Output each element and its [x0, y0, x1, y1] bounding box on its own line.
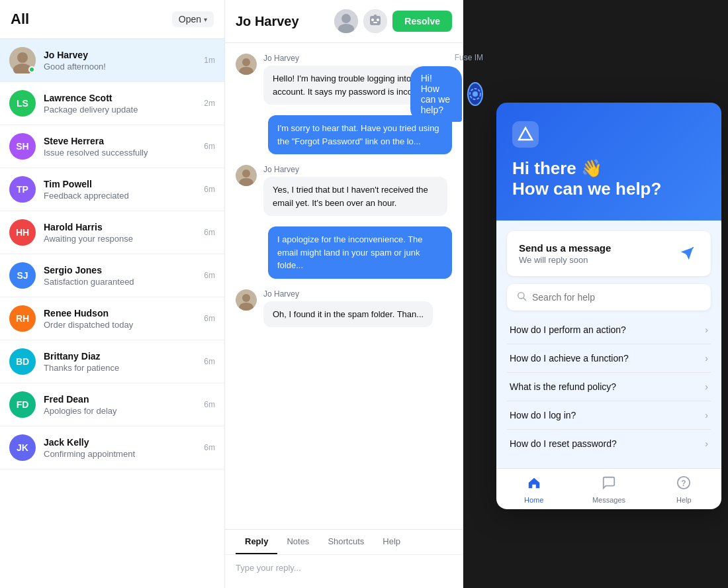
nav-item-home[interactable]: Home	[496, 469, 571, 509]
faq-item-faq3[interactable]: What is the refund policy? ›	[507, 373, 711, 401]
avatar-svg	[334, 9, 358, 33]
search-bar[interactable]	[507, 284, 711, 311]
contact-item-steve-herrera[interactable]: SH Steve Herrera Issue resolved successf…	[0, 125, 224, 168]
contact-name: Fred Dean	[44, 394, 199, 405]
faq-item-faq5[interactable]: How do I reset password? ›	[507, 430, 711, 458]
svg-line-25	[523, 298, 526, 301]
nav-item-help[interactable]: ? Help	[647, 469, 721, 509]
contact-item-jack-kelly[interactable]: JK Jack Kelly Confirming appointment 6m	[0, 426, 224, 469]
all-title: All	[11, 11, 29, 28]
contact-name: Sergio Jones	[44, 265, 199, 275]
contact-preview: Package delivery update	[44, 105, 199, 115]
contact-preview: Feedback appreciated	[44, 191, 199, 201]
nav-item-messages[interactable]: Messages	[571, 469, 646, 509]
contact-time: 6m	[204, 185, 215, 194]
contact-preview: Order dispatched today	[44, 320, 199, 330]
contact-name: Brittany Diaz	[44, 351, 199, 362]
contact-info: Harold Harris Awaiting your response	[44, 222, 199, 244]
contact-info: Jack Kelly Confirming appointment	[44, 437, 199, 459]
search-input[interactable]	[532, 292, 702, 303]
contact-time: 6m	[204, 400, 215, 409]
tab-reply[interactable]: Reply	[236, 530, 277, 554]
faq-label: What is the refund policy?	[510, 381, 616, 392]
contact-item-jo-harvey[interactable]: Jo Harvey Good afternoon! 1m	[0, 39, 224, 82]
msg-bubble: Yes, I tried that but I haven't received…	[263, 177, 447, 216]
avatar-initials: FD	[17, 399, 29, 410]
nav-label-messages: Messages	[592, 496, 625, 504]
svg-point-8	[371, 19, 374, 21]
svg-rect-11	[374, 15, 377, 17]
reply-tabs: ReplyNotesShortcutsHelp	[225, 530, 463, 555]
send-message-subtitle: We will reply soon	[519, 255, 611, 265]
avatar: FD	[9, 391, 36, 418]
tab-shortcuts[interactable]: Shortcuts	[318, 530, 373, 554]
faq-item-faq1[interactable]: How do I perform an action? ›	[507, 316, 711, 344]
contact-time: 6m	[204, 314, 215, 323]
search-icon	[516, 291, 527, 304]
msg-bubble-wrap: Jo Harvey Oh, I found it in the spam fol…	[263, 289, 433, 328]
contact-item-tim-powell[interactable]: TP Tim Powell Feedback appreciated 6m	[0, 168, 224, 211]
widget-logo-icon	[518, 126, 533, 142]
reply-input-placeholder[interactable]: Type your reply...	[225, 555, 463, 588]
msg-avatar	[236, 289, 257, 311]
contact-preview: Good afternoon!	[44, 62, 199, 72]
nav-icon-home	[527, 475, 541, 493]
chevron-right-icon: ›	[705, 353, 708, 364]
fuse-bubble-area: Fuse IM Hi! How can we help?	[410, 53, 483, 122]
avatar-initials: HH	[16, 227, 29, 238]
contact-name: Harold Harris	[44, 222, 199, 232]
message-row-msg3: Jo Harvey Yes, I tried that but I haven'…	[236, 165, 452, 216]
msg-bubble-wrap: Jo Harvey Yes, I tried that but I haven'…	[263, 165, 447, 216]
send-message-text: Send us a message We will reply soon	[519, 242, 611, 265]
svg-point-1	[17, 52, 28, 63]
contact-item-renee-hudson[interactable]: RH Renee Hudson Order dispatched today 6…	[0, 297, 224, 340]
contact-item-harold-harris[interactable]: HH Harold Harris Awaiting your response …	[0, 211, 224, 254]
contact-item-lawrence-scott[interactable]: LS Lawrence Scott Package delivery updat…	[0, 82, 224, 125]
contact-name: Steve Herrera	[44, 136, 199, 146]
avatar-initials: BD	[16, 356, 29, 367]
fuse-chat-text: Hi! How can we help?	[421, 73, 451, 115]
contact-name: Jack Kelly	[44, 437, 199, 448]
contact-info: Brittany Diaz Thanks for patience	[44, 351, 199, 373]
faq-label: How do I achieve a function?	[510, 353, 629, 364]
contact-info: Steve Herrera Issue resolved successfull…	[44, 136, 199, 158]
contact-info: Fred Dean Apologies for delay	[44, 394, 199, 416]
contact-item-sergio-jones[interactable]: SJ Sergio Jones Satisfaction guaranteed …	[0, 254, 224, 297]
contact-name: Lawrence Scott	[44, 93, 199, 103]
chevron-right-icon: ›	[705, 324, 708, 335]
fuse-chat-row: Hi! How can we help?	[410, 66, 483, 122]
send-message-card[interactable]: Send us a message We will reply soon	[507, 231, 711, 276]
resolve-button[interactable]: Resolve	[392, 11, 452, 32]
tab-help[interactable]: Help	[373, 530, 410, 554]
avatar: HH	[9, 219, 36, 246]
svg-text:?: ?	[682, 479, 686, 488]
faq-item-faq2[interactable]: How do I achieve a function? ›	[507, 344, 711, 373]
messages-icon	[602, 475, 616, 490]
avatar: SJ	[9, 262, 36, 289]
chevron-right-icon: ›	[705, 438, 708, 449]
header-user-avatar	[334, 9, 358, 33]
send-icon	[675, 242, 699, 266]
faq-item-faq4[interactable]: How do I log in? ›	[507, 401, 711, 430]
msg-avatar-svg	[236, 289, 257, 311]
contact-info: Tim Powell Feedback appreciated	[44, 179, 199, 201]
faq-label: How do I reset password?	[510, 438, 617, 449]
home-icon	[527, 475, 541, 490]
contact-item-brittany-diaz[interactable]: BD Brittany Diaz Thanks for patience 6m	[0, 340, 224, 383]
avatar-initials: SH	[16, 141, 28, 152]
contact-time: 6m	[204, 357, 215, 366]
greeting-line1: Hi there 👋	[512, 158, 602, 178]
contact-time: 2m	[204, 99, 215, 108]
avatar: TP	[9, 176, 36, 203]
msg-sender: Jo Harvey	[263, 165, 447, 174]
faq-list: How do I perform an action? › How do I a…	[507, 316, 711, 458]
contact-time: 6m	[204, 142, 215, 151]
nav-label-home: Home	[524, 496, 543, 504]
contact-item-fred-dean[interactable]: FD Fred Dean Apologies for delay 6m	[0, 383, 224, 426]
contact-preview: Confirming appointment	[44, 449, 199, 459]
chat-input-area: ReplyNotesShortcutsHelp Type your reply.…	[225, 529, 463, 588]
widget-container: Hi there 👋 How can we help? Send us a me…	[496, 103, 721, 509]
filter-badge[interactable]: Open ▾	[172, 11, 214, 27]
tab-notes[interactable]: Notes	[277, 530, 318, 554]
avatar: BD	[9, 348, 36, 375]
